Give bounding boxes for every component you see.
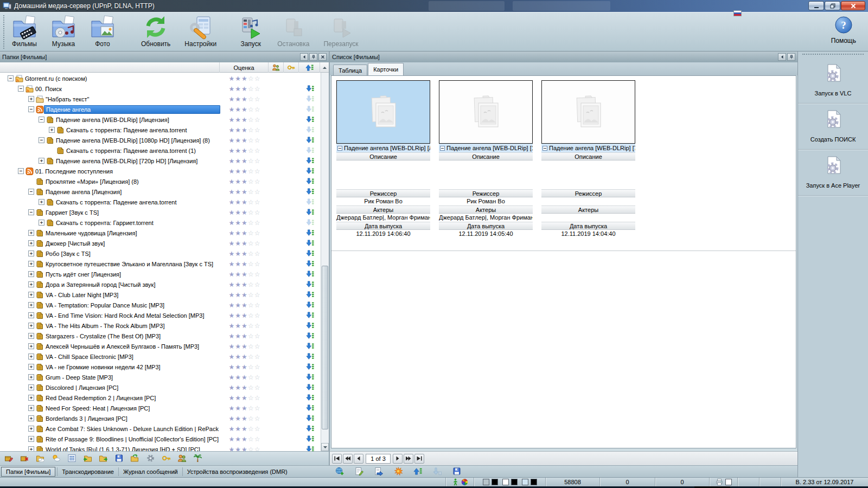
tree-expander[interactable]: −: [18, 86, 24, 92]
tree-item[interactable]: +VA - The Hits Album - The Rock Album [M…: [0, 320, 321, 331]
card-title-bar[interactable]: Падение ангела [WEB-DLRip] [7: [541, 144, 635, 152]
weather-button[interactable]: [52, 454, 61, 464]
tree-expander[interactable]: +: [28, 281, 34, 287]
view-tab-active[interactable]: Карточки: [368, 63, 404, 75]
tree-item[interactable]: +Ace Combat 7: Skies Unknown - Deluxe La…: [0, 423, 321, 434]
rating-stars[interactable]: ★★★☆☆: [220, 178, 269, 185]
rating-stars[interactable]: ★★★☆☆: [220, 229, 269, 237]
tree-expander[interactable]: +: [28, 230, 34, 236]
bottom-tab[interactable]: Транскодирование: [57, 467, 118, 476]
bottom-tab[interactable]: Устройства воспроизведения (DMR): [182, 467, 292, 476]
minimize-button[interactable]: [808, 1, 824, 10]
tree-expander[interactable]: −: [39, 117, 44, 123]
tree-item[interactable]: +Алексей Чернышёв и Алексей Булгаков - П…: [0, 341, 321, 351]
tree-item[interactable]: +Робо [Звук с TS]★★★☆☆: [0, 248, 321, 259]
rating-stars[interactable]: ★★★☆☆: [220, 106, 269, 113]
tree-item[interactable]: +"Набрать текст"★★★☆☆: [0, 94, 321, 104]
box-edit-button[interactable]: [4, 454, 14, 464]
tree-item[interactable]: Проклятие «Мэри» [Лицензия] (8)★★★☆☆: [0, 176, 321, 187]
rating-stars[interactable]: ★★★☆☆: [220, 301, 269, 309]
page-prev-button[interactable]: [354, 454, 363, 464]
tree-expander[interactable]: +: [28, 354, 34, 359]
rating-stars[interactable]: ★★★☆☆: [220, 435, 269, 443]
help-button[interactable]: ? Помощь: [831, 14, 856, 44]
rating-stars[interactable]: ★★★☆☆: [220, 332, 269, 340]
rating-stars[interactable]: ★★★☆☆: [220, 322, 269, 330]
tree-expander[interactable]: +: [28, 436, 34, 442]
tree-expander[interactable]: +: [28, 405, 34, 411]
tree-expander[interactable]: −: [8, 75, 14, 81]
column-name[interactable]: [0, 62, 220, 73]
media-card[interactable]: Падение ангела [WEB-DLRip] [7ОписаниеРеж…: [541, 80, 635, 238]
rating-stars[interactable]: ★★★☆☆: [220, 168, 269, 175]
column-access[interactable]: [284, 62, 299, 73]
burst-button[interactable]: [394, 467, 403, 477]
tree-expander[interactable]: −: [18, 168, 24, 174]
settings-button[interactable]: Настройки: [182, 14, 219, 48]
tree-expander[interactable]: +: [28, 240, 34, 246]
sidebar-action-button[interactable]: Запуск в Ace Player: [798, 150, 868, 196]
save-button[interactable]: [114, 454, 124, 464]
save-button[interactable]: [452, 467, 461, 477]
rating-stars[interactable]: ★★★☆☆: [220, 137, 269, 144]
folder-export-button[interactable]: [99, 454, 108, 464]
rating-stars[interactable]: ★★★☆☆: [220, 343, 269, 350]
tree-item[interactable]: +Дора и Затерянный город [Чистый звук]★★…: [0, 279, 321, 290]
rating-stars[interactable]: ★★★☆☆: [220, 415, 269, 422]
tree-scroll-up-button[interactable]: [320, 62, 329, 73]
card-collapse-icon[interactable]: [440, 146, 445, 151]
rating-stars[interactable]: ★★★☆☆: [220, 404, 269, 412]
page-prev-fast-button[interactable]: [343, 454, 353, 464]
rating-stars[interactable]: ★★★☆☆: [220, 291, 269, 299]
card-title-bar[interactable]: Падение ангела [WEB-DLRip] [Л: [336, 144, 430, 152]
tree-item[interactable]: +Grum - Deep State [MP3]★★★☆☆: [0, 372, 321, 382]
media-card[interactable]: Падение ангела [WEB-DLRip] [ЛОписаниеРеж…: [336, 80, 430, 238]
tree-expander[interactable]: −: [28, 106, 34, 112]
tree-expander[interactable]: +: [28, 271, 34, 277]
folder-import-button[interactable]: [83, 454, 92, 464]
rating-stars[interactable]: ★★★☆☆: [220, 312, 269, 319]
tree-item[interactable]: +Red Dead Redemption 2 | Лицензия [PC]★★…: [0, 393, 321, 403]
tree-expander[interactable]: +: [28, 384, 34, 390]
tree-expander[interactable]: +: [28, 302, 34, 308]
rating-stars[interactable]: ★★★☆☆: [220, 260, 269, 268]
rating-stars[interactable]: ★★★☆☆: [220, 271, 269, 278]
rating-stars[interactable]: ★★★☆☆: [220, 425, 269, 433]
sidebar-action-button[interactable]: Запуск в VLC: [798, 57, 868, 104]
tree-item[interactable]: +Кругосветное путешествие Элькано и Маге…: [0, 259, 321, 269]
folder-cloud-button[interactable]: [36, 454, 45, 464]
rating-stars[interactable]: ★★★☆☆: [220, 281, 269, 288]
key-button[interactable]: [162, 454, 171, 464]
toolbar-gripper[interactable]: [3, 15, 7, 49]
card-collapse-icon[interactable]: [542, 146, 547, 151]
panel-close-button[interactable]: [318, 53, 327, 61]
rating-stars[interactable]: ★★★☆☆: [220, 188, 269, 196]
card-title-bar[interactable]: Падение ангела [WEB-DLRip] [1: [439, 144, 533, 152]
tree-expander[interactable]: +: [28, 395, 34, 401]
tree-item[interactable]: +Скачать с торрента: Падение ангела.torr…: [0, 197, 321, 207]
start-button[interactable]: Запуск: [236, 14, 265, 48]
page-first-button[interactable]: [332, 454, 342, 464]
card-collapse-icon[interactable]: [337, 146, 342, 151]
close-button[interactable]: [841, 1, 865, 10]
tree-item[interactable]: −Гарриет [Звук с TS]★★★☆☆: [0, 207, 321, 217]
rating-stars[interactable]: ★★★☆☆: [220, 240, 269, 247]
tree-item[interactable]: −Падение ангела [Лицензия]★★★☆☆: [0, 187, 321, 197]
palm-button[interactable]: [193, 454, 202, 464]
tree-expander[interactable]: +: [28, 446, 34, 451]
tree-expander[interactable]: +: [28, 312, 34, 318]
rating-stars[interactable]: ★★★☆☆: [220, 394, 269, 402]
tree-item[interactable]: +Need For Speed: Heat | Лицензия [PC]★★★…: [0, 403, 321, 413]
column-users[interactable]: [269, 62, 284, 73]
tree-expander[interactable]: −: [39, 137, 44, 143]
tree-expander[interactable]: −: [28, 209, 34, 215]
tree-expander[interactable]: +: [28, 323, 34, 329]
page-next-button[interactable]: [393, 454, 403, 464]
tree-expander[interactable]: +: [28, 96, 34, 102]
page-last-button[interactable]: [414, 454, 424, 464]
tree-expander[interactable]: +: [28, 333, 34, 339]
grid-button[interactable]: [67, 454, 76, 464]
bottom-tab[interactable]: Папки [Фильмы]: [1, 467, 55, 477]
tree-item[interactable]: +Джокер [Чистый звук]★★★☆☆: [0, 238, 321, 248]
send-button[interactable]: [374, 467, 383, 477]
